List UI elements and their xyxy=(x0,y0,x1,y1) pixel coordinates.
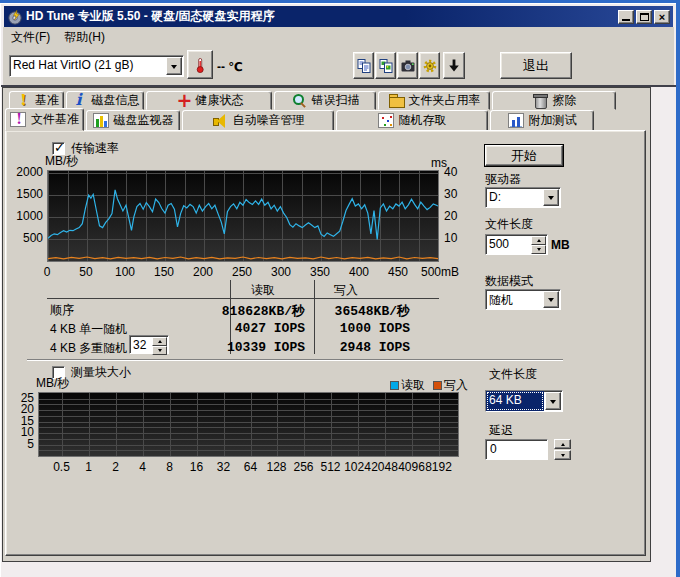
axis-label: 450 xyxy=(388,265,408,279)
tab[interactable]: 错误扫描 xyxy=(274,91,376,110)
tab[interactable]: 附加测试 xyxy=(490,110,594,131)
tab[interactable]: 自动噪音管理 xyxy=(182,110,334,131)
minimize-button[interactable] xyxy=(618,10,634,24)
tab-label: 基准 xyxy=(35,92,59,109)
spin-down-icon[interactable] xyxy=(554,450,571,460)
queue-depth-stepper[interactable]: 32 xyxy=(129,335,169,354)
sequential-read-value: 818628KB/秒 xyxy=(186,302,305,320)
copy-text-button[interactable] xyxy=(353,52,374,79)
minimize-icon xyxy=(622,19,630,21)
drive-dropdown[interactable]: D: xyxy=(485,187,561,208)
temperature-value: -- xyxy=(217,60,225,74)
save-results-button[interactable] xyxy=(443,52,465,79)
tab[interactable]: 磁盘监视器 xyxy=(86,110,180,131)
axis-label: ms xyxy=(431,156,447,170)
transfer-rate-plot xyxy=(47,170,439,262)
menu-item[interactable]: 帮助(H) xyxy=(57,27,112,48)
row-label-4k-single: 4 KB 单一随机 xyxy=(50,321,127,338)
copy-image-button[interactable] xyxy=(375,52,396,79)
section-separator xyxy=(27,359,563,361)
tab[interactable]: 文件夹占用率 xyxy=(378,91,490,110)
tab-icon xyxy=(71,93,87,108)
axis-label: 250 xyxy=(232,265,252,279)
delay-stepper[interactable] xyxy=(554,439,571,460)
data-mode-dropdown[interactable]: 随机 xyxy=(485,289,561,310)
legend-swatch xyxy=(390,381,399,390)
spin-down-icon[interactable] xyxy=(152,346,167,355)
spin-down-icon[interactable] xyxy=(531,245,546,254)
tab-label: 自动噪音管理 xyxy=(233,112,305,129)
drive-select[interactable]: Red Hat VirtIO (21 gB) xyxy=(9,55,184,77)
tab-icon xyxy=(212,113,228,128)
4k-single-write-value: 1000 IOPS xyxy=(318,321,410,336)
axis-label: 300 xyxy=(271,265,291,279)
chevron-down-icon[interactable] xyxy=(543,189,559,206)
tab-label: 磁盘监视器 xyxy=(114,112,174,129)
temperature-button[interactable] xyxy=(187,50,213,79)
exit-button[interactable]: 退出 xyxy=(500,52,572,79)
sequential-write-value: 36548KB/秒 xyxy=(318,302,410,320)
axis-label: 500 xyxy=(23,231,43,245)
temperature-readout: -- ℃ xyxy=(217,60,243,74)
block-file-length-label: 文件长度 xyxy=(489,366,537,383)
tab[interactable]: 擦除 xyxy=(492,91,616,110)
block-size-chart: 2520151050.51248163264128256512102420484… xyxy=(38,392,459,457)
tab[interactable]: 健康状态 xyxy=(146,91,272,110)
legend-swatch xyxy=(433,381,442,390)
file-benchmark-page: 传输速率 20001500100050040302010050100150200… xyxy=(5,130,646,556)
axis-label: 1 xyxy=(85,460,92,474)
axis-label: 128 xyxy=(266,460,286,474)
tab-icon xyxy=(291,93,307,108)
block-size-plot xyxy=(38,392,459,457)
title-bar: HD Tune 专业版 5.50 - 硬盘/固态硬盘实用程序 × xyxy=(4,6,673,27)
temperature-unit: ℃ xyxy=(228,60,243,74)
file-length-label: 文件长度 xyxy=(485,216,533,233)
start-button[interactable]: 开始 xyxy=(485,145,563,166)
delay-label: 延迟 xyxy=(489,422,513,439)
menu-item[interactable]: 文件(F) xyxy=(4,27,57,48)
down-arrow-icon xyxy=(446,58,462,74)
axis-label: 1024 xyxy=(344,460,371,474)
axis-label: 1500 xyxy=(16,187,43,201)
spin-up-icon[interactable] xyxy=(531,236,546,245)
write-column-header: 写入 xyxy=(314,282,378,299)
axis-label: 2000 xyxy=(16,165,43,179)
spin-up-icon[interactable] xyxy=(554,439,571,449)
tab-icon xyxy=(532,93,548,108)
spin-up-icon[interactable] xyxy=(152,337,167,346)
tab-icon xyxy=(388,93,404,108)
chevron-down-icon[interactable] xyxy=(543,291,559,308)
maximize-button[interactable] xyxy=(636,10,652,24)
tab-icon xyxy=(508,113,524,128)
delay-input[interactable]: 0 xyxy=(485,439,548,460)
axis-label: 0.5 xyxy=(53,460,70,474)
options-button[interactable] xyxy=(419,52,440,79)
axis-label: 400 xyxy=(349,265,369,279)
axis-label: 16 xyxy=(190,460,203,474)
axis-label: 2 xyxy=(112,460,119,474)
table-header-rule xyxy=(47,298,439,299)
axis-label: 4096 xyxy=(398,460,425,474)
block-file-length-dropdown[interactable]: 64 KB xyxy=(485,390,563,412)
tab[interactable]: 文件基准 xyxy=(5,108,84,131)
close-button[interactable]: × xyxy=(654,10,670,24)
axis-label: 64 xyxy=(244,460,257,474)
file-length-stepper[interactable]: 500 xyxy=(485,234,548,255)
axis-label: 200 xyxy=(193,265,213,279)
axis-label: 256 xyxy=(293,460,313,474)
tab[interactable]: 随机存取 xyxy=(336,110,488,131)
axis-label: 20 xyxy=(444,209,457,223)
axis-label: 10 xyxy=(444,231,457,245)
axis-label: 0 xyxy=(44,265,51,279)
chevron-down-icon[interactable] xyxy=(545,392,561,410)
tab-label: 随机存取 xyxy=(399,112,447,129)
tab-label: 健康状态 xyxy=(196,92,244,109)
chevron-down-icon[interactable] xyxy=(166,57,182,75)
options-gear-icon xyxy=(422,58,438,74)
tab-label: 文件基准 xyxy=(31,111,79,128)
app-icon xyxy=(7,9,23,25)
camera-icon xyxy=(400,58,416,74)
block-size-label: 测量块大小 xyxy=(71,364,131,381)
maximize-icon xyxy=(640,13,649,21)
screenshot-button[interactable] xyxy=(397,52,418,79)
